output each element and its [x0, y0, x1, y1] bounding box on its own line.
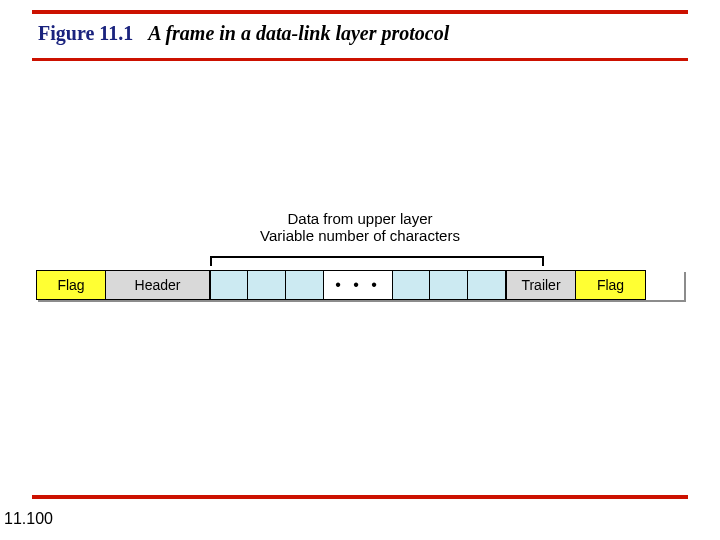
payload-byte: [392, 270, 430, 300]
field-flag-end: Flag: [576, 270, 646, 300]
annotation-line-2: Variable number of characters: [36, 227, 684, 244]
payload-byte: [468, 270, 506, 300]
top-rule-thick: [32, 10, 688, 14]
field-header: Header: [106, 270, 210, 300]
payload-byte: [286, 270, 324, 300]
payload-ellipsis: • • •: [324, 270, 392, 300]
payload-annotation: Data from upper layer Variable number of…: [36, 210, 684, 264]
payload-byte: [248, 270, 286, 300]
payload-byte: [210, 270, 248, 300]
annotation-bracket: [36, 250, 684, 264]
payload-byte: [430, 270, 468, 300]
frame-structure: Flag Header • • • Trailer Flag: [36, 270, 684, 300]
figure-title-row: Figure 11.1 A frame in a data-link layer…: [38, 22, 449, 45]
top-rule-thin: [32, 58, 688, 61]
field-flag-start: Flag: [36, 270, 106, 300]
field-trailer: Trailer: [506, 270, 576, 300]
frame-diagram: Data from upper layer Variable number of…: [36, 210, 684, 300]
figure-number: Figure 11.1: [38, 22, 133, 44]
annotation-line-1: Data from upper layer: [36, 210, 684, 227]
payload-bytes-right: [392, 270, 506, 300]
payload-bytes-left: [210, 270, 324, 300]
page-number: 11.100: [4, 510, 53, 528]
bottom-rule: [32, 495, 688, 499]
figure-title: A frame in a data-link layer protocol: [148, 22, 449, 44]
